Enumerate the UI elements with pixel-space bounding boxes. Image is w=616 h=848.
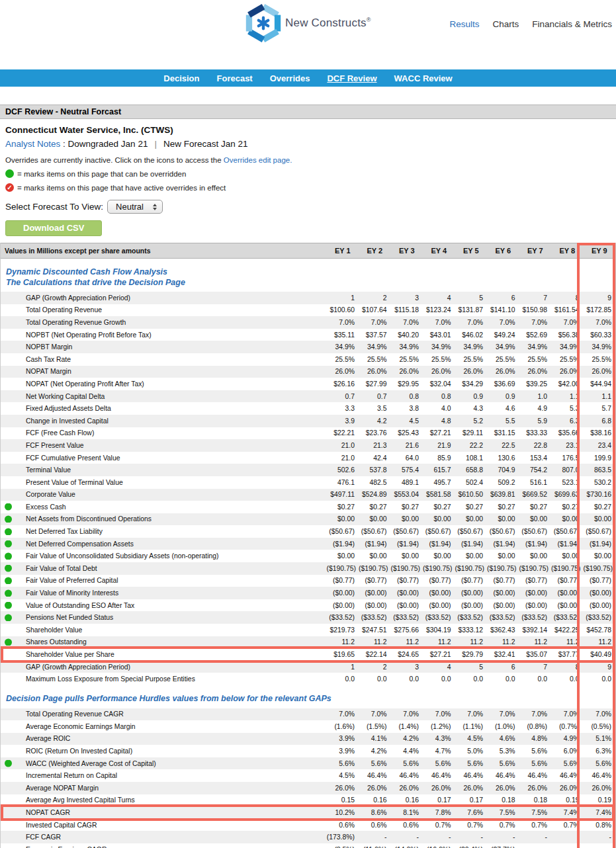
value-cell: 0.7% (487, 822, 519, 829)
value-cell: ($1.94) (423, 540, 455, 548)
override-dot-icon[interactable] (5, 528, 12, 535)
value-cell: 4.5% (327, 772, 359, 779)
value-cell: 5.2 (455, 417, 488, 425)
column-header: EY 1 (327, 247, 359, 255)
value-cell: 26.0% (551, 368, 584, 375)
value-cell: 3 (391, 663, 423, 671)
value-cell: $0.27 (423, 503, 455, 511)
table-row: NOPAT CAGR10.2%8.6%8.1%7.8%7.6%7.5%7.5%7… (1, 806, 615, 819)
value-cell: 7.0% (359, 319, 391, 326)
value-cell: 23.4 (584, 442, 616, 449)
value-cell: 6 (487, 663, 519, 671)
value-cell: 1.0 (519, 393, 552, 400)
value-cell: ($0.00) (584, 602, 616, 609)
table-row: NOPBT (Net Operating Profit Before Tax)$… (1, 329, 615, 341)
override-dot-icon[interactable] (5, 565, 12, 572)
value-cell: $37.77 (551, 651, 584, 658)
subnav-item[interactable]: DCF Review (327, 73, 376, 83)
value-cell: $31.15 (487, 429, 519, 437)
download-csv-button[interactable]: Download CSV (5, 220, 102, 236)
value-cell: $392.14 (519, 626, 552, 634)
override-dot-icon[interactable] (5, 638, 12, 646)
row-label: WACC (Weighted Average Cost of Capital) (1, 760, 327, 767)
override-dot-icon[interactable] (5, 602, 12, 609)
value-cell: 6.0% (551, 747, 584, 755)
value-cell: 0.16 (359, 796, 391, 804)
top-nav-item[interactable]: Financials & Metrics (532, 19, 612, 29)
row-label: Fair Value of Minority Interests (1, 589, 327, 597)
value-cell: 4.2 (359, 417, 391, 425)
value-cell: - (551, 833, 584, 841)
value-cell: 7 (519, 294, 552, 302)
value-cell: $40.49 (584, 651, 616, 658)
logo[interactable]: New Constructs® (245, 4, 371, 42)
value-cell: 26.0% (455, 784, 488, 792)
value-cell: $44.94 (584, 380, 616, 388)
table-row: Invested Capital CAGR0.6%0.6%0.6%0.7%0.7… (1, 819, 615, 831)
value-cell: 523.1 (551, 479, 584, 486)
value-cell: - (391, 833, 423, 841)
value-cell: 537.8 (359, 466, 391, 474)
value-cell: ($190.75) (391, 565, 423, 572)
override-dot-icon[interactable] (5, 760, 12, 767)
value-cell: 0.15 (327, 796, 359, 804)
value-cell: 8.1% (391, 809, 423, 816)
override-dot-icon[interactable] (5, 589, 12, 597)
value-cell: ($0.00) (551, 589, 584, 597)
value-cell: 34.9% (487, 343, 519, 351)
top-nav-item[interactable]: Results (449, 19, 479, 29)
value-cell: 6.3 (551, 417, 584, 425)
forecast-select[interactable]: Neutral (107, 200, 163, 214)
value-cell: $107.64 (359, 306, 391, 314)
override-dot-icon[interactable] (5, 552, 12, 560)
value-cell: 4.9 (519, 405, 552, 412)
value-cell: 0.6% (359, 822, 391, 829)
row-label: Fair Value of Preferred Capital (1, 577, 327, 584)
override-dot-icon[interactable] (5, 614, 12, 621)
value-cell: (1.2%) (423, 723, 455, 730)
value-cell: 21.3 (359, 442, 391, 449)
top-nav-item[interactable]: Charts (492, 19, 519, 29)
subnav-item[interactable]: Forecast (217, 73, 253, 83)
value-cell: 46.4% (455, 772, 488, 779)
override-dot-icon[interactable] (5, 515, 12, 523)
override-dot-icon[interactable] (5, 503, 12, 511)
select-arrows-icon (153, 204, 157, 210)
row-label: NOPAT Margin (1, 368, 327, 375)
value-cell: $56.38 (551, 331, 584, 339)
value-cell: 4 (423, 663, 455, 671)
analyst-note-1: : Downgraded Jan 21 (63, 139, 148, 149)
row-label: Invested Capital CAGR (1, 822, 327, 829)
table-row: Shares Outstanding11.211.211.211.211.211… (1, 636, 615, 649)
override-dot-icon[interactable] (5, 577, 12, 584)
value-cell: ($33.52) (584, 614, 616, 621)
value-cell: 5.6% (519, 747, 552, 755)
value-cell: 2 (359, 294, 391, 302)
value-cell: 7.0% (455, 710, 488, 718)
table-row: Value of Outstanding ESO After Tax($0.00… (1, 599, 615, 612)
value-cell: 0.0 (487, 675, 519, 683)
value-cell: 5 (455, 663, 488, 671)
value-cell: $32.41 (487, 651, 519, 658)
analyst-notes-link[interactable]: Analyst Notes (5, 139, 60, 149)
site-header: New Constructs® ResultsChartsFinancials … (0, 0, 616, 69)
subnav-item[interactable]: Decision (163, 73, 199, 83)
row-label: Pensions Net Funded Status (1, 614, 327, 621)
value-cell: $0.00 (359, 515, 391, 523)
blue-subnav: DecisionForecastOverridesDCF ReviewWACC … (0, 69, 616, 87)
value-cell: $0.00 (551, 552, 584, 560)
value-cell: ($0.00) (327, 602, 359, 609)
green-dot-icon (5, 169, 14, 178)
value-cell: 11.2 (519, 638, 552, 646)
value-cell: 0.18 (487, 796, 519, 804)
value-cell: ($0.00) (359, 589, 391, 597)
override-dot-icon[interactable] (5, 540, 12, 548)
overrides-edit-link[interactable]: Overrides edit page. (224, 156, 292, 164)
value-cell: 26.0% (423, 368, 455, 375)
value-cell: ($0.77) (455, 577, 488, 584)
value-cell: $0.00 (455, 515, 488, 523)
value-cell: $0.00 (359, 552, 391, 560)
subnav-item[interactable]: WACC Review (394, 73, 453, 83)
value-cell: 482.5 (359, 479, 391, 486)
subnav-item[interactable]: Overrides (270, 73, 310, 83)
